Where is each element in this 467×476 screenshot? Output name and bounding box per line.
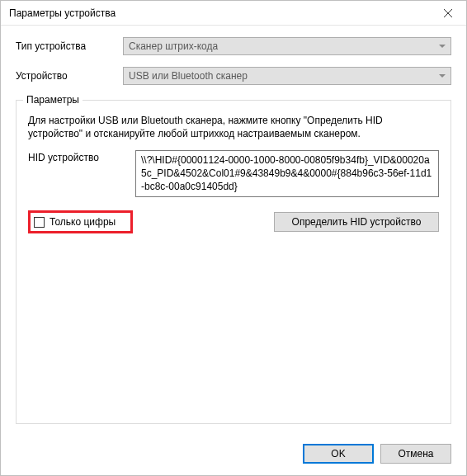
chevron-down-icon [439,45,446,48]
hid-device-value: \\?\HID#{00001124-0000-1000-8000-00805f9… [141,154,432,191]
detect-hid-button[interactable]: Определить HID устройство [274,212,439,232]
cancel-button[interactable]: Отмена [380,444,451,464]
close-button[interactable] [429,1,466,25]
device-type-row: Тип устройства Сканер штрих-кода [16,37,451,55]
hid-device-field[interactable]: \\?\HID#{00001124-0000-1000-8000-00805f9… [135,150,439,197]
hid-device-row: HID устройство \\?\HID#{00001124-0000-10… [28,150,439,197]
device-type-value: Сканер штрих-кода [129,40,218,52]
chevron-down-icon [439,74,446,78]
device-label: Устройство [16,70,123,82]
device-type-select[interactable]: Сканер штрих-кода [123,37,451,55]
digits-only-checkbox[interactable] [34,217,45,228]
parameters-group: Параметры Для настройки USB или Bluetout… [16,100,451,424]
window-title: Параметры устройства [9,7,429,19]
device-type-label: Тип устройства [16,40,123,52]
device-row: Устройство USB или Bluetooth сканер [16,67,451,85]
hid-device-label: HID устройство [28,150,135,163]
cancel-button-label: Отмена [398,448,433,460]
titlebar: Параметры устройства [1,1,466,26]
client-area: Тип устройства Сканер штрих-кода Устройс… [1,26,466,436]
digits-only-highlight: Только цифры [28,210,133,233]
ok-button[interactable]: OK [303,444,374,464]
device-value: USB или Bluetooth сканер [129,70,248,82]
device-select[interactable]: USB или Bluetooth сканер [123,67,451,85]
instructions-text: Для настройки USB или Bluetouth сканера,… [28,114,439,140]
digits-only-label: Только цифры [50,216,116,228]
dialog-footer: OK Отмена [1,436,466,475]
dialog-window: Параметры устройства Тип устройства Скан… [0,0,467,476]
action-row: Только цифры Определить HID устройство [28,210,439,233]
detect-hid-button-label: Определить HID устройство [292,216,422,228]
ok-button-label: OK [331,448,345,460]
close-icon [444,9,452,17]
parameters-group-title: Параметры [23,94,83,106]
